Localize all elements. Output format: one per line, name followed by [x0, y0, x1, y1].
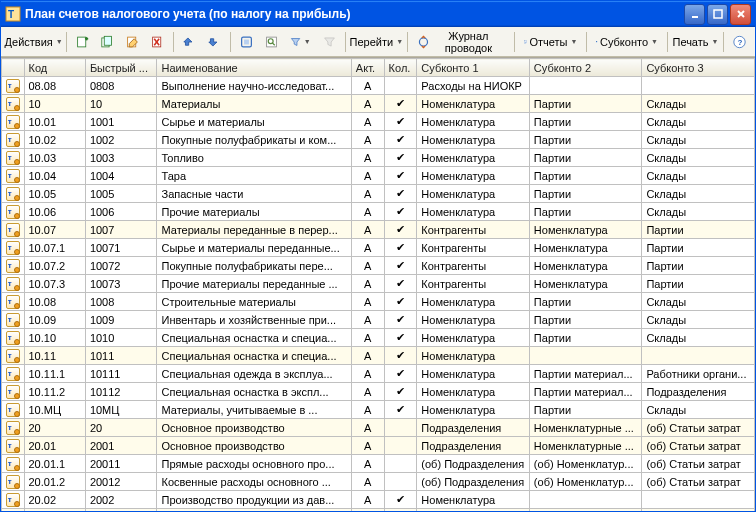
- close-button[interactable]: [730, 4, 751, 25]
- table-header[interactable]: КодБыстрый ...НаименованиеАкт.Кол.Субкон…: [2, 59, 755, 77]
- table-row[interactable]: 1010МатериалыА✔НоменклатураПартииСклады: [2, 95, 755, 113]
- cell-s3: (об) Статьи затрат: [642, 473, 755, 491]
- cell-s3: (об) Статьи затрат: [642, 437, 755, 455]
- minimize-button[interactable]: [684, 4, 705, 25]
- reports-menu[interactable]: Отчеты▼: [519, 31, 583, 53]
- cell-akt: А: [351, 77, 384, 95]
- row-icon-cell: [2, 275, 25, 293]
- refresh-button[interactable]: [235, 31, 258, 53]
- cell-code: 10.07.1: [24, 239, 85, 257]
- table-row[interactable]: 10.11.210112Специальная оснастка в экспл…: [2, 383, 755, 401]
- journal-button[interactable]: Журнал проводок: [412, 31, 510, 53]
- column-header[interactable]: Кол.: [384, 59, 417, 77]
- table-row[interactable]: 10.051005Запасные частиА✔НоменклатураПар…: [2, 185, 755, 203]
- cell-akt: А: [351, 311, 384, 329]
- subkonto-menu[interactable]: Субконто▼: [591, 31, 663, 53]
- table-row[interactable]: 20.01.220012Косвенные расходы основного …: [2, 473, 755, 491]
- table-row[interactable]: 10.МЦ10МЦМатериалы, учитываемые в ...А✔Н…: [2, 401, 755, 419]
- row-icon-cell: [2, 185, 25, 203]
- table-row[interactable]: 10.071007Материалы переданные в перер...…: [2, 221, 755, 239]
- table-row[interactable]: 10.07.310073Прочие материалы переданные …: [2, 275, 755, 293]
- filter-off-button[interactable]: [318, 31, 341, 53]
- table-row[interactable]: 10.07.110071Сырье и материалы переданные…: [2, 239, 755, 257]
- table-row[interactable]: 2121Полуфабрикаты собственного п...А✔Ном…: [2, 509, 755, 512]
- column-header[interactable]: Быстрый ...: [85, 59, 157, 77]
- cell-name: Производство продукции из дав...: [157, 491, 351, 509]
- cell-code: 10.МЦ: [24, 401, 85, 419]
- cell-kol: ✔: [384, 185, 417, 203]
- cell-akt: А: [351, 401, 384, 419]
- print-menu[interactable]: Печать▼: [672, 31, 719, 53]
- cell-code: 10.07: [24, 221, 85, 239]
- table-row[interactable]: 10.07.210072Покупные полуфабрикаты пере.…: [2, 257, 755, 275]
- cell-s2: Партии: [529, 149, 642, 167]
- cell-s1: (об) Подразделения: [417, 473, 530, 491]
- table-row[interactable]: 10.111011Специальная оснастка и специа..…: [2, 347, 755, 365]
- table-row[interactable]: 2020Основное производствоАПодразделенияН…: [2, 419, 755, 437]
- table-row[interactable]: 10.011001Сырье и материалыА✔Номенклатура…: [2, 113, 755, 131]
- row-icon-cell: [2, 491, 25, 509]
- cell-kol: ✔: [384, 131, 417, 149]
- maximize-button[interactable]: [707, 4, 728, 25]
- column-header[interactable]: Субконто 3: [642, 59, 755, 77]
- grid[interactable]: КодБыстрый ...НаименованиеАкт.Кол.Субкон…: [1, 57, 755, 511]
- find-button[interactable]: [260, 31, 283, 53]
- cell-name: Основное производство: [157, 437, 351, 455]
- table-row[interactable]: 10.041004ТараА✔НоменклатураПартииСклады: [2, 167, 755, 185]
- hierarchy-up-button[interactable]: [178, 31, 201, 53]
- table-row[interactable]: 20.01.120011Прямые расходы основного про…: [2, 455, 755, 473]
- filter-button[interactable]: ▼: [285, 31, 316, 53]
- column-header[interactable]: Субконто 2: [529, 59, 642, 77]
- goto-menu[interactable]: Перейти▼: [350, 31, 404, 53]
- column-header[interactable]: Код: [24, 59, 85, 77]
- cell-code: 20: [24, 419, 85, 437]
- cell-s3: Партии: [642, 257, 755, 275]
- cell-s2: [529, 347, 642, 365]
- table-row[interactable]: 10.081008Строительные материалыА✔Номенкл…: [2, 293, 755, 311]
- cell-s2: Партии материал...: [529, 365, 642, 383]
- cell-code: 10.07.3: [24, 275, 85, 293]
- table-row[interactable]: 10.101010Специальная оснастка и специа..…: [2, 329, 755, 347]
- cell-kol: [384, 419, 417, 437]
- add-copy-button[interactable]: [96, 31, 119, 53]
- cell-akt: А: [351, 491, 384, 509]
- cell-name: Покупные полуфабрикаты и ком...: [157, 131, 351, 149]
- actions-menu[interactable]: Действия▼: [5, 31, 62, 53]
- cell-s1: Номенклатура: [417, 95, 530, 113]
- cell-code: 10.03: [24, 149, 85, 167]
- column-header[interactable]: Акт.: [351, 59, 384, 77]
- add-button[interactable]: [71, 31, 94, 53]
- table-row[interactable]: 10.031003ТопливоА✔НоменклатураПартииСкла…: [2, 149, 755, 167]
- edit-button[interactable]: [121, 31, 144, 53]
- cell-s2: Партии: [529, 113, 642, 131]
- help-button[interactable]: ?: [728, 31, 751, 53]
- hierarchy-down-button[interactable]: [203, 31, 226, 53]
- window-title: План счетов налогового учета (по налогу …: [25, 7, 684, 21]
- table-row[interactable]: 20.012001Основное производствоАПодраздел…: [2, 437, 755, 455]
- table-row[interactable]: 10.061006Прочие материалыА✔НоменклатураП…: [2, 203, 755, 221]
- table-row[interactable]: 10.11.110111Специальная одежда в эксплуа…: [2, 365, 755, 383]
- cell-code: 10.11: [24, 347, 85, 365]
- cell-kol: ✔: [384, 329, 417, 347]
- table-row[interactable]: 20.022002Производство продукции из дав..…: [2, 491, 755, 509]
- cell-fast: 1008: [85, 293, 157, 311]
- table-row[interactable]: 10.091009Инвентарь и хозяйственные при..…: [2, 311, 755, 329]
- delete-button[interactable]: [146, 31, 169, 53]
- cell-s3: Склады: [642, 203, 755, 221]
- row-icon-cell: [2, 437, 25, 455]
- cell-kol: ✔: [384, 221, 417, 239]
- table-row[interactable]: 08.080808Выполнение научно-исследоват...…: [2, 77, 755, 95]
- column-header[interactable]: Наименование: [157, 59, 351, 77]
- cell-s3: Работники органи...: [642, 365, 755, 383]
- column-header[interactable]: [2, 59, 25, 77]
- cell-fast: 10073: [85, 275, 157, 293]
- cell-akt: А: [351, 293, 384, 311]
- column-header[interactable]: Субконто 1: [417, 59, 530, 77]
- cell-s2: Номенклатура: [529, 239, 642, 257]
- cell-akt: А: [351, 257, 384, 275]
- table-row[interactable]: 10.021002Покупные полуфабрикаты и ком...…: [2, 131, 755, 149]
- row-icon-cell: [2, 149, 25, 167]
- cell-akt: А: [351, 203, 384, 221]
- cell-kol: ✔: [384, 167, 417, 185]
- cell-s2: [529, 491, 642, 509]
